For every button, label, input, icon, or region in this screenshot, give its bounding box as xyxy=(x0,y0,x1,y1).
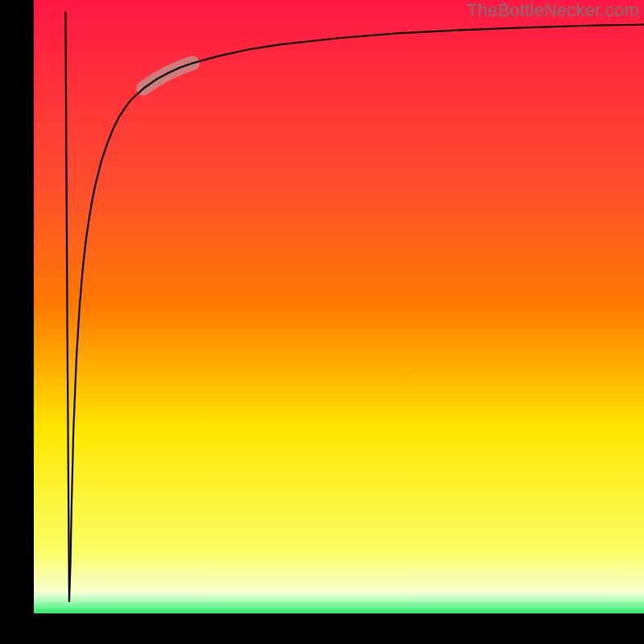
chart-frame: TheBottleNecker.com xyxy=(0,0,644,644)
bottleneck-chart xyxy=(0,0,644,644)
watermark-text: TheBottleNecker.com xyxy=(467,0,639,21)
y-axis xyxy=(0,0,34,644)
plot-background xyxy=(34,0,644,613)
x-axis xyxy=(0,613,644,644)
